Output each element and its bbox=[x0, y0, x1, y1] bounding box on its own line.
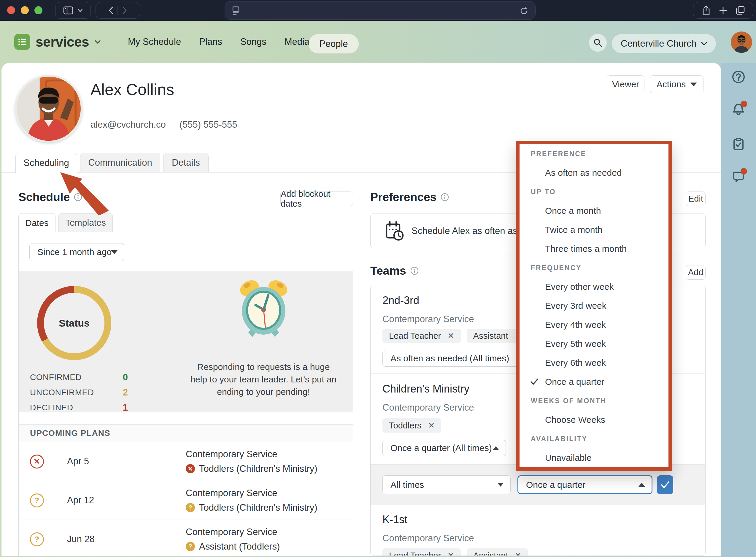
help-button[interactable] bbox=[732, 70, 745, 84]
add-blockout-dates-button[interactable]: Add blockout dates bbox=[280, 192, 353, 206]
new-tab-icon[interactable] bbox=[719, 6, 727, 15]
dropdown-option-selected[interactable]: Once a quarter bbox=[519, 372, 668, 391]
team-name: Children's Ministry bbox=[382, 383, 469, 395]
plan-row[interactable]: ? Jun 28 Contemporary Service ? Assistan… bbox=[19, 520, 353, 556]
tab-overview-icon[interactable] bbox=[735, 5, 745, 16]
plan-row[interactable]: ? Apr 12 Contemporary Service ? Toddlers… bbox=[19, 481, 353, 520]
info-icon[interactable] bbox=[441, 193, 449, 201]
date-range-select[interactable]: Since 1 month ago bbox=[29, 243, 124, 261]
legend-row-confirmed: CONFIRMED 0 bbox=[30, 370, 128, 385]
history-nav-group bbox=[96, 2, 140, 19]
position-chip[interactable]: Lead Teacher ✕ bbox=[382, 548, 461, 556]
subtab-dates[interactable]: Dates bbox=[19, 213, 56, 233]
dropdown-section-frequency: FREQUENCY bbox=[519, 258, 668, 277]
organization-switcher[interactable]: Centerville Church bbox=[612, 34, 716, 53]
address-bar[interactable] bbox=[225, 1, 536, 20]
dropdown-option[interactable]: Every other week bbox=[519, 277, 668, 296]
page-background: Alex Collins alex@cvchurch.co (555) 555-… bbox=[0, 63, 756, 557]
viewer-button[interactable]: Viewer bbox=[607, 76, 644, 93]
position-chip[interactable]: Toddlers ✕ bbox=[382, 418, 441, 433]
confirm-frequency-button[interactable] bbox=[657, 475, 673, 494]
tasks-button[interactable] bbox=[732, 137, 745, 151]
brand-chevron-down-icon[interactable] bbox=[94, 40, 101, 44]
chevron-down-icon bbox=[690, 83, 697, 86]
organization-name: Centerville Church bbox=[621, 38, 696, 49]
preferences-section-header: Preferences bbox=[370, 190, 449, 204]
current-user-avatar[interactable] bbox=[731, 31, 752, 53]
check-icon bbox=[661, 481, 670, 489]
position-chip[interactable]: Assistant ✕ bbox=[467, 548, 528, 556]
nav-item-my-schedule[interactable]: My Schedule bbox=[128, 36, 181, 47]
minimize-window-button[interactable] bbox=[21, 6, 29, 14]
upcoming-plans-table: ✕ Apr 5 Contemporary Service ✕ Toddlers … bbox=[19, 442, 353, 556]
plan-row[interactable]: ✕ Apr 5 Contemporary Service ✕ Toddlers … bbox=[19, 442, 353, 481]
pending-reminder-text: Responding to requests is a huge help to… bbox=[168, 361, 358, 398]
notifications-button[interactable] bbox=[732, 102, 745, 116]
person-profile-card: Alex Collins alex@cvchurch.co (555) 555-… bbox=[1, 63, 721, 556]
plan-service: Contemporary Service bbox=[186, 449, 353, 460]
share-icon[interactable] bbox=[701, 5, 711, 16]
dropdown-option[interactable]: As often as needed bbox=[519, 163, 668, 182]
dropdown-option[interactable]: Once a month bbox=[519, 201, 668, 220]
teams-title: Teams bbox=[370, 264, 406, 277]
actions-button[interactable]: Actions bbox=[650, 76, 703, 93]
team-position-tags: Lead Teacher ✕ Assistant ✕ bbox=[382, 548, 528, 556]
plan-role: Toddlers (Children's Ministry) bbox=[199, 464, 317, 474]
remove-tag-icon[interactable]: ✕ bbox=[447, 551, 454, 556]
reload-icon[interactable] bbox=[519, 6, 529, 16]
nav-item-plans[interactable]: Plans bbox=[199, 36, 222, 47]
position-chip[interactable]: Lead Teacher ✕ bbox=[382, 329, 461, 343]
search-button[interactable] bbox=[589, 34, 607, 52]
dropdown-option[interactable]: Every 3rd week bbox=[519, 296, 668, 315]
unconfirmed-badge-icon: ? bbox=[186, 542, 195, 551]
team-position-tags: Toddlers ✕ bbox=[382, 418, 441, 433]
nav-item-people-active[interactable]: People bbox=[309, 34, 359, 54]
edit-preferences-button[interactable]: Edit bbox=[686, 192, 705, 206]
preferences-title: Preferences bbox=[370, 190, 436, 204]
profile-photo bbox=[15, 75, 83, 143]
dropdown-option[interactable]: Every 4th week bbox=[519, 315, 668, 334]
nav-item-songs[interactable]: Songs bbox=[240, 36, 266, 47]
search-icon bbox=[593, 38, 603, 48]
contact-info: alex@cvchurch.co (555) 555-555 bbox=[91, 119, 238, 130]
remove-tag-icon[interactable]: ✕ bbox=[428, 421, 435, 430]
remove-tag-icon[interactable]: ✕ bbox=[447, 331, 454, 341]
plan-service: Contemporary Service bbox=[186, 488, 353, 499]
remove-tag-icon[interactable]: ✕ bbox=[515, 551, 522, 556]
upcoming-plans-header: UPCOMING PLANS bbox=[19, 424, 353, 442]
dropdown-option[interactable]: Unavailable bbox=[519, 448, 668, 467]
profile-tabs: Scheduling Communication Details bbox=[15, 153, 209, 173]
tab-details[interactable]: Details bbox=[163, 153, 209, 173]
page-title-person-name: Alex Collins bbox=[91, 80, 174, 98]
plan-date: Apr 12 bbox=[55, 481, 175, 520]
person-phone[interactable]: (555) 555-555 bbox=[180, 119, 238, 130]
frequency-dropdown-menu: PREFERENCE As often as needed UP TO Once… bbox=[516, 141, 672, 471]
zoom-window-button[interactable] bbox=[34, 6, 42, 14]
dropdown-option[interactable]: Every 6th week bbox=[519, 353, 668, 372]
team-service: Contemporary Service bbox=[382, 533, 474, 544]
browser-actions-group bbox=[693, 2, 753, 19]
donut-title: Status bbox=[37, 286, 111, 360]
info-icon[interactable] bbox=[410, 267, 419, 275]
teams-section-header: Teams bbox=[370, 264, 419, 277]
frequency-select-focused[interactable]: Once a quarter bbox=[517, 475, 653, 494]
team-frequency-select-open[interactable]: Once a quarter (All times) bbox=[382, 440, 506, 456]
dropdown-option[interactable]: Twice a month bbox=[519, 220, 668, 239]
status-summary: Status CONFIRMED 0 UNCONFIRMED 2 DECLINE… bbox=[19, 271, 353, 412]
messages-button[interactable] bbox=[732, 170, 745, 183]
add-team-button[interactable]: Add bbox=[686, 265, 705, 280]
dropdown-option[interactable]: Three times a month bbox=[519, 239, 668, 258]
back-button[interactable] bbox=[108, 6, 113, 14]
nav-item-media[interactable]: Media bbox=[285, 36, 310, 47]
person-email[interactable]: alex@cvchurch.co bbox=[91, 119, 166, 130]
brand[interactable]: services bbox=[14, 21, 101, 63]
dropdown-section-preference: PREFERENCE bbox=[519, 144, 668, 163]
close-window-button[interactable] bbox=[7, 6, 15, 14]
forward-button[interactable] bbox=[122, 6, 127, 14]
page-format-icon[interactable] bbox=[231, 6, 240, 16]
dropdown-option[interactable]: Every 5th week bbox=[519, 334, 668, 353]
times-select[interactable]: All times bbox=[382, 475, 511, 494]
dropdown-option[interactable]: Choose Weeks bbox=[519, 410, 668, 429]
brand-name: services bbox=[36, 34, 89, 50]
sidebar-toggle-button[interactable] bbox=[55, 2, 91, 19]
